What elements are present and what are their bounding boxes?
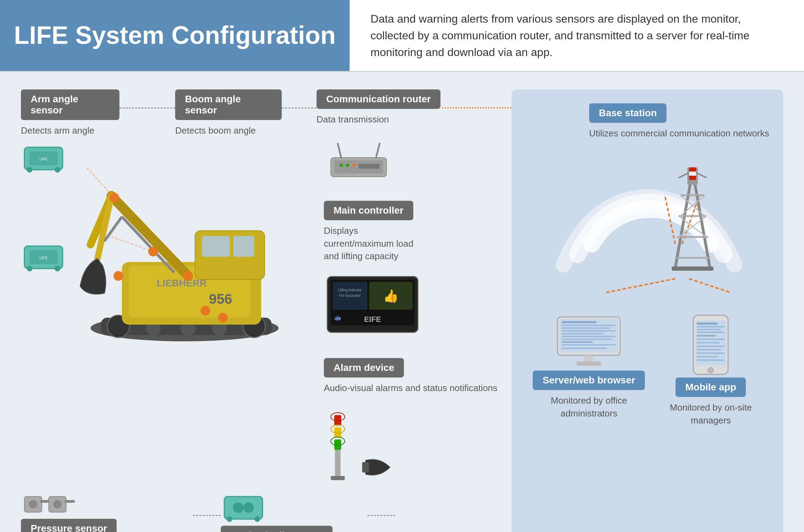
- svg-text:LIFE: LIFE: [39, 157, 47, 161]
- svg-rect-95: [672, 267, 713, 271]
- alarm-light-tower: [324, 405, 352, 483]
- svg-rect-70: [224, 497, 263, 519]
- svg-rect-114: [697, 329, 721, 330]
- svg-text:EIFE: EIFE: [364, 315, 381, 324]
- svg-point-124: [708, 367, 713, 373]
- header-description: Data and warning alerts from various sen…: [370, 10, 781, 61]
- svg-text:For Excavator: For Excavator: [339, 294, 361, 297]
- svg-point-32: [201, 306, 210, 316]
- svg-rect-99: [562, 325, 616, 326]
- mobile-group: Mobile app Monitored by on-site managers: [653, 313, 769, 427]
- base-station-label-group: Base station Utilizes commercial communi…: [589, 103, 769, 140]
- comm-router-label-group: Communication router Data transmission: [317, 89, 442, 126]
- svg-line-35: [87, 168, 114, 198]
- mobile-badge: Mobile app: [676, 378, 746, 397]
- excavator-image: LIEBHERR 956: [77, 140, 313, 349]
- svg-point-4: [55, 167, 60, 173]
- line-comm-base-orange: [442, 107, 512, 109]
- main-diagram: Arm angle sensor Detects arm angle Boom …: [0, 72, 804, 532]
- svg-rect-112: [697, 323, 718, 325]
- main-controller-label-group: Main controller Displays current/maximum…: [324, 201, 421, 262]
- svg-line-75: [606, 279, 675, 293]
- comm-router-desc: Data transmission: [317, 113, 389, 126]
- server-badge: Server/web browser: [533, 371, 645, 390]
- alarm-speaker: [362, 453, 397, 483]
- alarm-device-badge: Alarm device: [324, 358, 404, 378]
- svg-rect-109: [577, 362, 601, 366]
- base-station-badge: Base station: [589, 103, 667, 123]
- svg-point-33: [218, 313, 228, 323]
- svg-rect-115: [697, 332, 725, 333]
- svg-point-8: [27, 266, 32, 271]
- right-panel: Base station Utilizes commercial communi…: [512, 89, 783, 532]
- header-description-box: Data and warning alerts from various sen…: [350, 0, 802, 71]
- svg-rect-120: [697, 349, 721, 350]
- mobile-desc: Monitored by on-site managers: [653, 401, 769, 427]
- arm-sensor-label-group: Arm angle sensor Detects arm angle: [21, 89, 119, 137]
- header: LIFE System Configuration Data and warni…: [0, 0, 804, 72]
- svg-rect-121: [697, 352, 725, 354]
- alarm-images: [324, 405, 397, 483]
- svg-rect-104: [562, 339, 612, 340]
- wifi-tower-visual: [543, 146, 752, 307]
- pressure-sensor-group: Pressure sensor Detects the pressure of …: [21, 490, 193, 532]
- server-monitor-image: [554, 313, 624, 371]
- arm-sensor-desc: Detects arm angle: [21, 124, 94, 137]
- svg-point-31: [183, 271, 193, 281]
- svg-rect-94: [689, 176, 696, 180]
- svg-rect-108: [585, 355, 593, 362]
- svg-point-65: [29, 500, 37, 508]
- svg-rect-56: [334, 427, 341, 438]
- svg-point-74: [255, 516, 260, 522]
- svg-rect-20: [202, 236, 230, 257]
- svg-rect-123: [697, 359, 725, 361]
- alarm-device-desc: Audio-visual alarms and status notificat…: [324, 382, 498, 394]
- svg-rect-106: [562, 344, 616, 346]
- svg-rect-57: [334, 439, 341, 450]
- alarm-device-group: Alarm device Audio-visual alarms and sta…: [324, 358, 498, 394]
- svg-text:LIFE: LIFE: [39, 256, 47, 260]
- svg-rect-101: [562, 330, 616, 332]
- boom-sensor-desc: Detects boom angle: [175, 124, 256, 137]
- svg-line-76: [689, 279, 731, 293]
- svg-rect-98: [562, 321, 596, 323]
- mobile-image: [690, 313, 732, 378]
- server-group: Server/web browser Monitored by office a…: [525, 313, 653, 427]
- svg-rect-58: [335, 450, 341, 478]
- svg-point-71: [233, 502, 243, 513]
- line-boom-comm: [282, 108, 317, 109]
- svg-rect-105: [562, 341, 593, 343]
- svg-line-39: [338, 144, 341, 158]
- arm-sensor-badge: Arm angle sensor: [21, 89, 119, 120]
- tilt-sensor-image: [221, 490, 266, 526]
- bottom-labels-row: Pressure sensor Detects the pressure of …: [21, 490, 512, 532]
- tilt-sensor-group: Dual axis tilt sensor Detects the body t…: [221, 490, 367, 532]
- svg-rect-107: [562, 348, 607, 349]
- svg-text:LIFE: LIFE: [334, 317, 341, 320]
- base-station-desc: Utilizes commercial communication networ…: [589, 127, 769, 140]
- arm-sensor-image: LIFE: [21, 140, 66, 176]
- base-station-tower: [668, 167, 717, 273]
- right-device-column: Main controller Displays current/maximum…: [324, 140, 498, 483]
- svg-rect-21: [233, 236, 254, 257]
- boom-sensor-label-group: Boom angle sensor Detects boom angle: [175, 89, 282, 137]
- line-press-tilt: [193, 515, 221, 516]
- svg-line-40: [376, 144, 380, 158]
- svg-rect-118: [697, 342, 719, 343]
- svg-text:956: 956: [209, 291, 232, 307]
- svg-rect-113: [697, 326, 725, 327]
- svg-text:Lifting Indicator: Lifting Indicator: [338, 288, 362, 292]
- svg-point-42: [346, 164, 349, 167]
- svg-point-9: [55, 266, 60, 271]
- top-labels-row: Arm angle sensor Detects arm angle Boom …: [21, 89, 512, 137]
- bottom-devices-row: Server/web browser Monitored by office a…: [525, 313, 769, 427]
- pressure-sensor-image: [21, 490, 84, 519]
- svg-rect-103: [562, 336, 616, 337]
- svg-rect-59: [331, 476, 345, 480]
- svg-point-68: [53, 500, 62, 508]
- line-arm-boom: [119, 108, 175, 109]
- svg-point-3: [27, 167, 32, 173]
- svg-rect-92: [689, 167, 696, 172]
- svg-point-72: [243, 502, 254, 513]
- comm-router-badge: Communication router: [317, 89, 440, 109]
